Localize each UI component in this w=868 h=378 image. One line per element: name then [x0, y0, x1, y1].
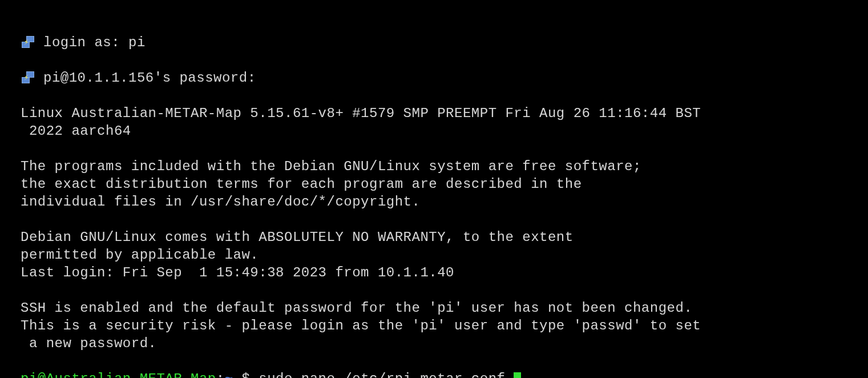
password-prompt-label: pi@10.1.1.156's password: — [43, 69, 256, 87]
command-input[interactable]: sudo nano /etc/rpi_metar.conf — [259, 371, 514, 378]
cursor — [514, 372, 521, 378]
putty-icon: ⚡ — [22, 36, 35, 50]
password-prompt-line: ⚡pi@10.1.1.156's password: — [21, 69, 868, 87]
motd-last-login: Last login: Fri Sep 1 15:49:38 2023 from… — [21, 265, 454, 280]
terminal[interactable]: ⚡login as: pi ⚡pi@10.1.1.156's password:… — [0, 0, 868, 378]
prompt-dollar: $ — [241, 371, 259, 378]
login-prompt-line: ⚡login as: pi — [21, 34, 868, 51]
motd-debian-free-software: The programs included with the Debian GN… — [21, 159, 641, 210]
prompt-user-host: pi@Australian-METAR-Map — [21, 371, 216, 378]
login-as-value: pi — [128, 34, 146, 51]
putty-icon: ⚡ — [22, 71, 35, 85]
prompt-colon: : — [216, 371, 225, 378]
prompt-cwd: ~ — [225, 371, 242, 378]
motd-uname: Linux Australian-METAR-Map 5.15.61-v8+ #… — [21, 106, 701, 139]
motd-ssh-warning: SSH is enabled and the default password … — [21, 300, 701, 351]
motd-debian-warranty: Debian GNU/Linux comes with ABSOLUTELY N… — [21, 230, 574, 263]
login-as-label: login as: — [43, 34, 128, 51]
